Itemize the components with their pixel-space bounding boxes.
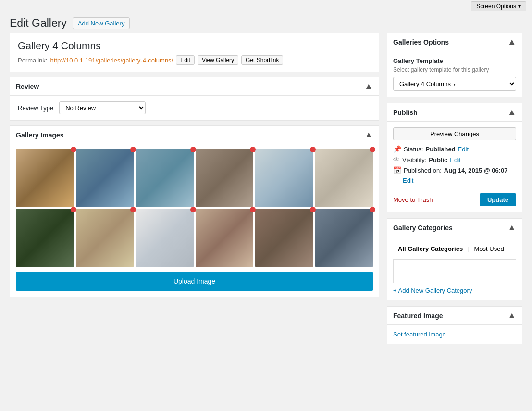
status-row: 📌 Status: Published Edit [393, 145, 516, 153]
featured-image-box: Featured Image ▲ Set featured image [387, 306, 522, 344]
visibility-edit-link[interactable]: Edit [450, 156, 460, 163]
gallery-thumb-7[interactable] [16, 209, 74, 267]
remove-image-dot-6[interactable] [370, 147, 375, 152]
add-new-category-link[interactable]: + Add New Gallery Category [393, 287, 472, 294]
calendar-icon: 📅 [393, 166, 401, 174]
galleries-options-title: Galleries Options [393, 38, 449, 46]
permalink-url[interactable]: http://10.0.1.191/galleries/gallery-4-co… [50, 57, 173, 64]
gallery-thumb-4[interactable] [196, 149, 254, 207]
right-column: Galleries Options ▲ Gallery Template Sel… [387, 33, 522, 350]
screen-options-button[interactable]: Screen Options ▾ [471, 1, 526, 11]
review-toggle-icon: ▲ [364, 81, 373, 91]
gallery-thumb-2[interactable] [76, 149, 134, 207]
gallery-thumb-3[interactable] [136, 149, 194, 207]
get-shortlink-button[interactable]: Get Shortlink [241, 55, 283, 65]
screen-options-label: Screen Options [476, 3, 516, 10]
gallery-images-metabox: Gallery Images ▲ Upload Image [10, 125, 379, 297]
remove-image-dot-5[interactable] [310, 147, 316, 152]
review-metabox-header[interactable]: Review ▲ [10, 77, 379, 96]
galleries-options-header[interactable]: Galleries Options ▲ [387, 33, 522, 51]
publish-header[interactable]: Publish ▲ [387, 103, 522, 122]
publish-toggle-icon: ▲ [507, 107, 516, 117]
gallery-thumb-11[interactable] [255, 209, 313, 267]
gallery-image-3 [136, 149, 194, 207]
galleries-options-toggle-icon: ▲ [507, 37, 516, 47]
visibility-row: 👁 Visibility: Public Edit [393, 156, 516, 163]
gallery-image-4 [196, 149, 254, 207]
edit-permalink-button[interactable]: Edit [176, 55, 195, 65]
gallery-image-8 [76, 209, 134, 267]
status-label: Status: [404, 146, 423, 153]
review-metabox-title: Review [16, 83, 39, 90]
update-button[interactable]: Update [480, 193, 516, 206]
remove-image-dot-12[interactable] [370, 207, 375, 212]
publish-box: Publish ▲ Preview Changes 📌 Status: Publ… [387, 103, 522, 212]
visibility-value: Public [429, 156, 447, 163]
gallery-image-7 [16, 209, 74, 267]
featured-image-header[interactable]: Featured Image ▲ [387, 307, 522, 325]
featured-image-title: Featured Image [393, 312, 443, 320]
left-column: Gallery 4 Columns Permalink: http://10.0… [10, 33, 379, 350]
gallery-image-6 [315, 149, 373, 207]
post-title: Gallery 4 Columns [18, 40, 371, 51]
remove-image-dot-3[interactable] [190, 147, 196, 152]
status-edit-link[interactable]: Edit [458, 146, 469, 153]
move-to-trash-link[interactable]: Move to Trash [393, 196, 433, 203]
review-metabox-body: Review Type No Review Star Rating Percen… [10, 96, 379, 120]
gallery-template-hint: Select gallery template for this gallery [393, 66, 516, 73]
gallery-thumb-6[interactable] [315, 149, 373, 207]
gallery-image-2 [76, 149, 134, 207]
galleries-options-body: Gallery Template Select gallery template… [387, 51, 522, 97]
upload-image-button[interactable]: Upload Image [16, 272, 373, 291]
add-new-gallery-button[interactable]: Add New Gallery [73, 17, 130, 29]
review-type-label: Review Type [18, 104, 53, 112]
top-bar: Screen Options ▾ [0, 0, 532, 12]
main-layout: Gallery 4 Columns Permalink: http://10.0… [0, 33, 532, 360]
remove-image-dot-10[interactable] [250, 207, 256, 212]
gallery-template-select[interactable]: Gallery 4 Columns ⬩ Gallery 3 Columns Ga… [393, 77, 516, 91]
remove-image-dot-8[interactable] [130, 207, 136, 212]
remove-image-dot-2[interactable] [130, 147, 136, 152]
view-gallery-button[interactable]: View Gallery [198, 55, 238, 65]
featured-image-toggle-icon: ▲ [507, 311, 516, 321]
gallery-categories-header[interactable]: Gallery Categories ▲ [387, 219, 522, 237]
review-type-row: Review Type No Review Star Rating Percen… [18, 101, 371, 114]
page-header: Edit Gallery Add New Gallery [0, 12, 532, 33]
visibility-label: Visibility: [402, 156, 426, 163]
published-date-edit-link[interactable]: Edit [403, 177, 413, 184]
publish-body: Preview Changes 📌 Status: Published Edit… [387, 122, 522, 212]
remove-image-dot-11[interactable] [310, 207, 316, 212]
gallery-thumb-8[interactable] [76, 209, 134, 267]
gallery-images-header[interactable]: Gallery Images ▲ [10, 126, 379, 144]
permalink-label: Permalink: [18, 57, 47, 64]
gallery-image-12 [315, 209, 373, 267]
most-used-tab[interactable]: Most Used [470, 243, 509, 255]
gallery-thumb-10[interactable] [196, 209, 254, 267]
remove-image-dot-9[interactable] [190, 207, 196, 212]
preview-changes-button[interactable]: Preview Changes [393, 127, 516, 140]
chevron-down-icon: ▾ [518, 3, 521, 10]
review-type-select[interactable]: No Review Star Rating Percentage Points [59, 101, 146, 114]
review-metabox: Review ▲ Review Type No Review Star Rati… [10, 77, 379, 121]
published-on-row: 📅 Published on: Aug 14, 2015 @ 06:07 [393, 166, 516, 174]
gallery-thumb-5[interactable] [255, 149, 313, 207]
published-date: Aug 14, 2015 @ 06:07 [444, 167, 508, 174]
featured-image-body: Set featured image [387, 325, 522, 344]
gallery-categories-body: All Gallery Categories | Most Used + Add… [387, 237, 522, 300]
all-categories-tab[interactable]: All Gallery Categories [393, 243, 468, 255]
remove-image-dot-1[interactable] [71, 147, 76, 152]
remove-image-dot-4[interactable] [250, 147, 256, 152]
gallery-images-title: Gallery Images [16, 131, 64, 139]
remove-image-dot-7[interactable] [71, 207, 76, 212]
galleries-options-box: Galleries Options ▲ Gallery Template Sel… [387, 33, 522, 97]
gallery-thumb-12[interactable] [315, 209, 373, 267]
page-title: Edit Gallery [10, 17, 67, 30]
gallery-thumb-9[interactable] [136, 209, 194, 267]
category-tabs: All Gallery Categories | Most Used [393, 243, 516, 255]
publish-footer: Move to Trash Update [393, 189, 516, 206]
gallery-thumb-1[interactable] [16, 149, 74, 207]
post-title-box: Gallery 4 Columns Permalink: http://10.0… [10, 33, 379, 72]
set-featured-image-link[interactable]: Set featured image [393, 331, 446, 338]
gallery-categories-toggle-icon: ▲ [507, 223, 516, 233]
gallery-template-label: Gallery Template [393, 57, 516, 64]
